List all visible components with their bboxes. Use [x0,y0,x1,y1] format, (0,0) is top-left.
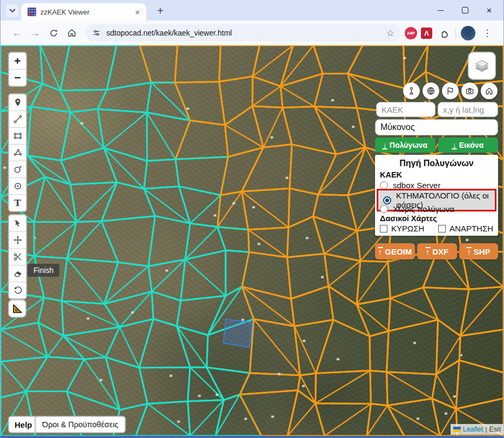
circle-marker-icon [13,181,23,191]
map-canvas[interactable]: + − T [1,45,503,436]
street-view-button[interactable] [403,83,420,99]
rectangle-icon [13,131,23,141]
download-image-label: Εικόνα [459,141,484,149]
upload-icon: ↑ [378,247,383,256]
download-icon: ↓ [453,141,457,149]
map-attribution: Leaflet | Esri [451,424,503,435]
coords-search-input[interactable] [438,102,498,117]
polygon-source-panel: Πηγή Πολυγώνων ΚΑΕΚ sdbox Server ΚΤΗΜΑΤΟ… [375,155,498,236]
drag-layers-button[interactable] [9,231,26,248]
home-location-button[interactable] [481,83,498,99]
upload-icon: ↑ [426,247,430,256]
radio-no-polygons[interactable]: Χωρίς πολύγωνα [380,204,493,214]
browser-tab[interactable]: zzKAEK Viewer × [21,3,146,20]
geoim-label: GEOIM [385,247,412,256]
checkbox-kyrosi[interactable]: ΚΥΡΩΣΗ [380,224,438,233]
edit-vertices-button[interactable] [9,215,26,231]
flag-icon [446,86,455,95]
esri-credit: Esri [489,426,501,433]
browser-window: zzKAEK Viewer × + × ← → sdtopocad.net/ka… [0,0,504,438]
reload-button[interactable] [47,26,60,39]
site-favicon [28,8,36,16]
maximize-button[interactable] [453,0,477,20]
new-tab-button[interactable]: + [154,4,167,17]
layers-icon [473,57,491,75]
draw-polyline-button[interactable] [9,111,26,127]
close-icon: × [487,6,492,15]
pegman-icon [407,86,416,95]
polygon-icon [13,148,23,158]
radio-label: Χωρίς πολύγωνα [393,204,454,214]
draw-marker-button[interactable] [9,94,26,111]
radio-icon [380,205,388,213]
finish-tooltip: Finish [28,264,59,277]
kaek-group-label: ΚΑΕΚ [380,170,402,179]
globe-button[interactable] [423,83,439,99]
zoom-in-button[interactable]: + [9,53,26,70]
erase-layers-button[interactable] [9,265,26,282]
upload-geoim-button[interactable]: ↑ GEOIM [375,243,415,259]
cut-polygon-button[interactable] [9,248,26,265]
leaflet-link[interactable]: Leaflet [463,426,483,433]
layers-control-button[interactable] [468,52,496,80]
camera-icon [465,86,474,95]
checkbox-label: ΑΝΑΡΤΗΣΗ [449,224,493,233]
set-square-button[interactable] [8,299,26,318]
camera-button[interactable] [461,83,478,99]
home-icon [67,28,77,38]
ukraine-flag-icon [453,427,461,432]
minimize-button[interactable] [428,0,453,20]
eraser-icon [13,269,23,278]
flag-button[interactable] [442,83,459,99]
acrobat-extension-icon[interactable]: Λ [421,28,432,39]
close-window-button[interactable]: × [477,0,501,20]
tune-icon[interactable] [92,29,101,37]
extensions-puzzle-icon[interactable] [438,27,451,40]
adblock-extension-icon[interactable]: ABP [405,27,417,39]
forest-group-label: Δασικοί Χάρτες [380,214,437,223]
browser-toolbar: ← → sdtopocad.net/kaek/kaek_viewer.html … [1,20,503,46]
toolbar-separator [455,28,456,38]
address-bar[interactable]: sdtopocad.net/kaek/kaek_viewer.html ☆ [86,24,401,42]
text-tool-icon: T [14,197,21,208]
scissors-icon [13,252,23,262]
rotate-icon [13,285,23,295]
radio-icon [383,196,391,204]
browser-menu-button[interactable]: ⋮ [481,26,494,40]
draw-circlemarker-button[interactable] [9,177,26,194]
dxf-label: DXF [432,247,448,256]
area-search-input[interactable] [375,119,498,135]
checkbox-icon [438,225,446,232]
home-button[interactable] [65,26,78,39]
draw-rectangle-button[interactable] [9,127,26,144]
zoom-control: + − [8,52,27,87]
tab-strip: zzKAEK Viewer × + × [1,0,503,20]
upload-icon: ↑ [467,247,471,256]
url-text[interactable]: sdtopocad.net/kaek/kaek_viewer.html [106,29,386,37]
terms-button[interactable]: Όροι & Προϋποθέσεις [35,416,126,433]
back-button[interactable]: ← [10,26,23,39]
edit-toolbar [8,214,27,299]
upload-shp-button[interactable]: ↑ SHP [459,243,498,259]
upload-dxf-button[interactable]: ↑ DXF [417,243,457,259]
chevron-down-icon [9,9,16,13]
draw-text-button[interactable]: T [9,194,26,211]
rotate-layers-button[interactable] [9,282,26,298]
edit-cursor-icon [13,218,23,228]
bookmark-star-icon[interactable]: ☆ [386,28,394,39]
panel-title: Πηγή Πολυγώνων [375,159,498,168]
tab-close-icon[interactable]: × [133,8,142,17]
forward-button[interactable]: → [29,26,42,39]
profile-avatar[interactable] [461,26,475,40]
download-polygons-button[interactable]: ↓ Πολύγωνα [375,138,435,153]
quick-tools-row [403,83,498,99]
download-image-button[interactable]: ↓ Εικόνα [438,138,498,153]
draw-polygon-button[interactable] [9,144,26,161]
attribution-separator: | [485,426,487,433]
draw-circle-button[interactable] [9,161,26,177]
tab-search-button[interactable] [6,4,19,17]
kaek-search-input[interactable] [376,102,435,117]
checkbox-anartisi[interactable]: ΑΝΑΡΤΗΣΗ [438,224,493,233]
house-icon [485,86,494,95]
zoom-out-button[interactable]: − [9,70,26,86]
